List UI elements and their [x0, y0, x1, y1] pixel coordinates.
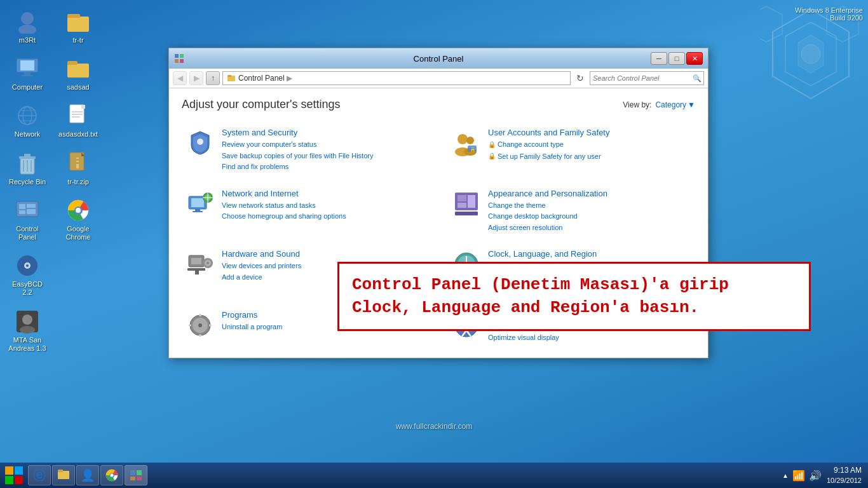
- svg-rect-105: [5, 466, 13, 475]
- svg-rect-117: [130, 477, 135, 480]
- svg-rect-36: [76, 156, 79, 158]
- refresh-button[interactable]: ↻: [573, 71, 587, 85]
- network-internet-link-0[interactable]: View network status and tasks: [222, 200, 426, 211]
- svg-point-50: [26, 264, 29, 267]
- view-by-select[interactable]: Category ▼: [655, 100, 695, 109]
- desktop-icon-computer[interactable]: Computer: [5, 53, 50, 94]
- taskbar-tray: ▲ 📶 🔊: [782, 470, 827, 482]
- search-input[interactable]: [590, 72, 691, 85]
- svg-rect-110: [58, 470, 63, 472]
- clock-language-title[interactable]: Clock, Language, and Region: [488, 249, 692, 259]
- window-controls: ─ □ ✕: [651, 52, 703, 65]
- window-icon: [174, 53, 184, 64]
- svg-rect-108: [15, 476, 23, 484]
- user-accounts-link-1[interactable]: Set up Family Safety for any user: [498, 151, 601, 162]
- start-button[interactable]: [3, 464, 25, 487]
- appearance-info: Appearance and Personalization Change th…: [488, 189, 692, 233]
- svg-rect-68: [191, 198, 204, 207]
- svg-point-53: [20, 326, 35, 334]
- appearance-title[interactable]: Appearance and Personalization: [488, 189, 692, 198]
- back-button[interactable]: ◀: [173, 71, 187, 85]
- svg-rect-83: [195, 271, 199, 274]
- desktop-icon-recycle-bin[interactable]: Recycle Bin: [5, 148, 50, 189]
- svg-rect-77: [458, 203, 466, 208]
- desktop-icon-network[interactable]: Network: [5, 100, 50, 141]
- svg-rect-79: [455, 212, 478, 215]
- desktop-icon-tr-tr[interactable]: tr-tr: [56, 6, 100, 47]
- taskbar-explorer-button[interactable]: [52, 465, 75, 485]
- setting-system-security[interactable]: System and Security Review your computer…: [182, 123, 429, 177]
- desktop-icon-sadsad[interactable]: sadsad: [56, 53, 100, 94]
- svg-rect-56: [175, 59, 179, 63]
- up-button[interactable]: ↑: [206, 71, 220, 85]
- svg-rect-81: [191, 258, 201, 264]
- folder-small-icon: [227, 74, 236, 83]
- appearance-link-2[interactable]: Adjust screen resolution: [488, 222, 692, 233]
- svg-point-98: [209, 324, 212, 327]
- network-internet-link-1[interactable]: Choose homegroup and sharing options: [222, 211, 426, 222]
- recycle-bin-icon: [15, 151, 40, 176]
- appearance-icon: [451, 189, 482, 219]
- svg-rect-70: [193, 211, 203, 212]
- svg-rect-11: [20, 60, 34, 71]
- sadsad-folder-icon: [65, 56, 91, 81]
- window-titlebar: Control Panel ─ □ ✕: [169, 48, 708, 69]
- svg-point-47: [76, 208, 81, 213]
- svg-rect-82: [187, 268, 205, 271]
- hardware-sound-title[interactable]: Hardware and Sound: [222, 249, 426, 259]
- taskbar-ie-button[interactable]: ⓔ: [28, 465, 51, 485]
- recycle-bin-label: Recycle Bin: [9, 178, 46, 186]
- user-accounts-link-0[interactable]: Change account type: [498, 139, 564, 150]
- desktop-icon-control-panel[interactable]: Control Panel: [5, 195, 50, 244]
- network-internet-icon: [185, 189, 215, 219]
- volume-tray-icon[interactable]: 🔊: [809, 470, 822, 482]
- taskbar-user-button[interactable]: 👤: [76, 465, 99, 485]
- control-panel-taskbar-icon: [130, 470, 142, 481]
- user-accounts-title[interactable]: User Accounts and Family Safety: [488, 128, 692, 137]
- tr-tr-label: tr-tr: [72, 36, 83, 44]
- svg-rect-115: [130, 470, 135, 475]
- address-breadcrumb[interactable]: Control Panel ▶: [238, 74, 294, 83]
- search-button[interactable]: 🔍: [691, 72, 703, 85]
- tray-arrow[interactable]: ▲: [782, 472, 789, 479]
- search-box[interactable]: 🔍: [590, 71, 704, 85]
- taskbar-time[interactable]: 9:13 AM 10/29/2012: [827, 465, 862, 485]
- taskbar-control-panel-button[interactable]: [125, 465, 147, 485]
- system-security-link-1[interactable]: Save backup copies of your files with Fi…: [222, 151, 426, 161]
- system-security-icon: [185, 128, 215, 158]
- system-security-link-0[interactable]: Review your computer's status: [222, 139, 426, 150]
- svg-rect-13: [22, 75, 33, 76]
- taskbar: ⓔ 👤: [0, 463, 868, 488]
- desktop-icon-tr-tr-zip[interactable]: tr-tr.zip: [56, 148, 100, 189]
- tr-tr-icon: [65, 9, 91, 34]
- forward-button[interactable]: ▶: [189, 71, 203, 85]
- maximize-button[interactable]: □: [668, 52, 685, 65]
- svg-point-97: [189, 324, 191, 327]
- ease-access-link-1[interactable]: Optimize visual display: [488, 332, 692, 343]
- svg-point-52: [22, 315, 32, 325]
- setting-network-internet[interactable]: Network and Internet View network status…: [182, 184, 429, 238]
- system-security-link-2[interactable]: Find and fix problems: [222, 161, 426, 172]
- mta-icon: [15, 309, 40, 334]
- desktop-icon-mta[interactable]: MTA San Andreas 1.3: [5, 306, 50, 355]
- close-button[interactable]: ✕: [686, 52, 703, 65]
- desktop-icon-easybcd[interactable]: EasyBCD 2.2: [5, 250, 50, 299]
- setting-appearance[interactable]: Appearance and Personalization Change th…: [448, 184, 695, 238]
- svg-rect-57: [180, 59, 184, 63]
- desktop-icon-asdasdxd[interactable]: asdasdxd.txt: [56, 100, 100, 141]
- asdasdxd-label: asdasdxd.txt: [58, 130, 98, 139]
- minimize-button[interactable]: ─: [651, 52, 667, 65]
- system-security-title[interactable]: System and Security: [222, 128, 426, 137]
- appearance-link-0[interactable]: Change the theme: [488, 200, 692, 211]
- taskbar-chrome-button[interactable]: [100, 465, 123, 485]
- appearance-link-1[interactable]: Change desktop background: [488, 211, 692, 222]
- svg-point-96: [199, 334, 201, 337]
- desktop-icon-google-chrome[interactable]: Google Chrome: [56, 195, 100, 244]
- desktop-icon-m3rt[interactable]: m3Rt: [5, 6, 50, 47]
- svg-point-86: [207, 262, 209, 264]
- zip-icon: [65, 151, 91, 176]
- network-internet-title[interactable]: Network and Internet: [222, 189, 426, 198]
- network-tray-icon[interactable]: 📶: [792, 470, 805, 482]
- time-display: 9:13 AM: [827, 465, 862, 476]
- setting-user-accounts[interactable]: 🔒 User Accounts and Family Safety 🔒 Chan…: [448, 123, 695, 177]
